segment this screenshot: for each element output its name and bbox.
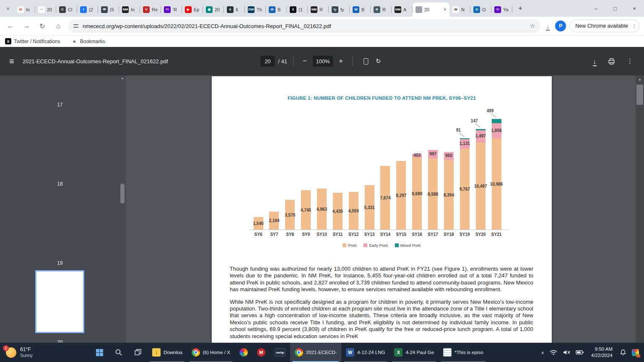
taskbar-app-mcafee[interactable]: M <box>252 343 270 362</box>
tab[interactable]: VRe <box>140 3 161 17</box>
thumbnail-page-number[interactable]: 19 <box>50 260 70 266</box>
minimize-button[interactable]: – <box>586 0 605 17</box>
chrome-update-button[interactable]: New Chrome available ⋮ <box>569 20 640 32</box>
rotate-icon[interactable]: ↻ <box>376 57 381 65</box>
bookmark-item[interactable]: XTwitter / Notifications <box>5 38 60 44</box>
thumbnail-page-number[interactable]: 20 <box>50 339 70 343</box>
taskbar-app-chrome-home[interactable]: (6) Home / X <box>187 343 235 362</box>
browser-toolbar: ← → ↻ ⌂ nmececd.org/wp-content/uploads/2… <box>0 17 644 35</box>
scrollbar-thumb[interactable] <box>636 85 643 105</box>
tab[interactable]: MIn <box>14 3 35 17</box>
notepad-icon <box>443 348 452 357</box>
home-icon[interactable]: ⌂ <box>52 20 65 32</box>
tab[interactable]: ✉(5 <box>98 3 119 17</box>
x-axis-label: SY9 <box>302 232 310 237</box>
tab[interactable]: fyfy <box>329 3 350 17</box>
thumbnail-scrollbar[interactable]: ▲ <box>120 75 125 343</box>
thumbnail-page-number[interactable]: 17 <box>50 102 70 108</box>
start-button[interactable] <box>90 343 109 362</box>
x-axis-label: SY10 <box>317 232 327 237</box>
tab-active[interactable]: 20× <box>413 3 449 17</box>
downloads-icon[interactable]: ↓ <box>546 23 550 30</box>
tab[interactable]: WN <box>449 3 470 17</box>
legend-item: PreK <box>343 243 357 248</box>
task-view-button[interactable] <box>128 343 148 362</box>
prek-value-label: 8,588 <box>428 191 438 196</box>
tab[interactable]: OO <box>470 3 491 17</box>
back-icon[interactable]: ← <box>4 20 17 32</box>
bookmark-item[interactable]: ★Bookmarks <box>71 38 105 44</box>
new-tab-button[interactable]: + <box>514 2 527 15</box>
tab-search-chevron-icon[interactable]: ∨ <box>2 2 14 15</box>
tab[interactable]: ⋯20 <box>35 3 56 17</box>
tab[interactable]: ◍20 <box>203 3 224 17</box>
tab-close-icon[interactable]: × <box>444 7 447 13</box>
taskbar-search-button[interactable] <box>109 343 128 362</box>
taskbar-app-mvhp[interactable]: mvhp <box>270 343 290 362</box>
taskbar-app-notepad[interactable]: *This is episo <box>439 343 488 362</box>
page-number-input[interactable]: 20 <box>260 56 275 67</box>
scroll-up-icon[interactable]: ▲ <box>636 77 644 81</box>
tray-app-icon[interactable] <box>632 349 639 356</box>
forward-icon[interactable]: → <box>20 20 33 32</box>
site-info-icon[interactable] <box>73 23 79 29</box>
zoom-in-button[interactable]: + <box>335 57 346 65</box>
tab[interactable]: CCl <box>56 3 77 17</box>
tab[interactable]: ▶Ep <box>182 3 203 17</box>
maximize-button[interactable]: □ <box>605 0 625 17</box>
taskbar-app-downloads[interactable]: ↓Downloa <box>148 343 187 362</box>
globe-icon: C <box>59 6 66 13</box>
profile-avatar[interactable]: P <box>555 21 566 31</box>
tray-overflow-icon[interactable]: ∧ <box>541 350 544 355</box>
page-count-label: / 41 <box>278 58 287 65</box>
pdf-menu-icon[interactable]: ≡ <box>9 57 14 66</box>
browser-menu-icon[interactable]: ⋮ <box>631 23 637 29</box>
tab[interactable]: WB <box>266 3 287 17</box>
pdf-doc-icon <box>415 6 422 13</box>
tab-title: 6 <box>236 7 238 12</box>
zoom-out-button[interactable]: − <box>299 57 310 65</box>
taskbar-app-excel[interactable]: X4-24 Paul Ge <box>390 343 439 362</box>
address-bar[interactable]: nmececd.org/wp-content/uploads/2022/02/2… <box>68 19 540 33</box>
weather-widget[interactable]: 1 61°F Sunny <box>0 343 49 362</box>
pdf-content-area: 17181920 ▲ FIGURE 1: NUMBER OF CHILDREN … <box>0 75 644 343</box>
url-text[interactable]: nmececd.org/wp-content/uploads/2022/02/2… <box>83 23 526 29</box>
tab[interactable]: f(2 <box>77 3 98 17</box>
fit-page-icon[interactable] <box>364 58 368 65</box>
tab[interactable]: NMIn <box>119 3 140 17</box>
page-scrollbar[interactable]: ▲ <box>636 75 644 343</box>
taskbar-app-chrome-pdf[interactable]: 2021-ECECD- <box>290 343 341 362</box>
volume-muted-icon[interactable] <box>563 349 570 355</box>
tab[interactable]: DWTh <box>245 3 266 17</box>
legend-label: Early PreK <box>369 243 388 248</box>
pdf-viewport[interactable]: FIGURE 1: NUMBER OF CHILDREN FUNDED TO A… <box>126 75 636 343</box>
scroll-up-icon[interactable]: ▲ <box>120 76 125 80</box>
legend-label: PreK <box>348 243 357 248</box>
zoom-level[interactable]: 100% <box>313 56 333 67</box>
reload-icon[interactable]: ↻ <box>36 20 49 32</box>
taskbar-clock[interactable]: 9:50 AM 4/22/2024 <box>589 346 614 359</box>
scrollbar-thumb[interactable] <box>120 184 125 204</box>
tab[interactable]: Y!'R <box>161 3 182 17</box>
search-icon <box>115 349 122 356</box>
pdf-download-icon[interactable]: ↓ <box>593 58 597 65</box>
tab[interactable]: Y!Ya <box>491 3 512 17</box>
prek-value-label: 2,194 <box>269 218 279 223</box>
tab[interactable]: X(1 <box>287 3 308 17</box>
tab[interactable]: 66 <box>224 3 245 17</box>
taskbar-app-word[interactable]: W4-12-24 LNG <box>341 343 390 362</box>
wifi-icon[interactable] <box>550 349 557 355</box>
close-button[interactable]: × <box>625 0 644 17</box>
bookmark-star-icon[interactable]: ☆ <box>530 22 535 30</box>
battery-icon[interactable] <box>576 350 584 355</box>
thumbnail-page-number[interactable]: 18 <box>50 181 70 187</box>
pdf-print-icon[interactable] <box>608 58 615 65</box>
taskbar-app-color-app[interactable] <box>235 343 252 362</box>
page-thumbnail-selected[interactable] <box>35 270 84 333</box>
tab[interactable]: RR <box>371 3 392 17</box>
pdf-more-icon[interactable]: ⋮ <box>627 57 633 65</box>
tab[interactable]: WB <box>350 3 371 17</box>
notifications-bell-icon[interactable] <box>620 349 626 356</box>
tab[interactable]: NMR <box>308 3 329 17</box>
tab[interactable]: NMA <box>392 3 413 17</box>
